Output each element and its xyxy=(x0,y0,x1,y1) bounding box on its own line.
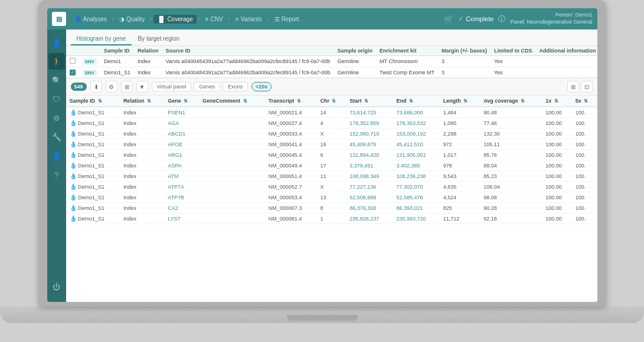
th-gene-comment[interactable]: GeneComment ⇅ xyxy=(199,96,265,107)
cell-relation: Index xyxy=(120,192,164,203)
tab-histogram-by-gene[interactable]: Histogram by gene xyxy=(71,33,132,45)
tab-by-target-region[interactable]: By target region xyxy=(132,33,185,45)
sidebar-icon-shield[interactable]: 🛡 xyxy=(48,91,65,107)
cell-gene[interactable]: AGA xyxy=(164,118,199,129)
th-avg-coverage[interactable]: Avg coverage ⇅ xyxy=(480,96,542,107)
nav-item-variants[interactable]: ≡ Variants xyxy=(232,15,266,24)
analyses-icon: 👤 xyxy=(74,16,81,22)
laptop-base xyxy=(0,307,644,323)
cell-gene[interactable]: ABCD1 xyxy=(164,129,199,139)
app-logo[interactable]: ▤ xyxy=(52,12,66,26)
th-start[interactable]: Start ⇅ xyxy=(346,96,393,107)
nav-item-cnv[interactable]: ≡ CNV xyxy=(202,15,227,24)
row-checkbox[interactable] xyxy=(66,56,79,67)
sidebar-icon-wrench[interactable]: 🔧 xyxy=(48,129,65,145)
nav-item-quality[interactable]: ◑ Quality xyxy=(116,15,148,24)
cell-gene[interactable]: ARG1 xyxy=(164,150,199,160)
cell-relation: Index xyxy=(120,129,164,139)
th-1x[interactable]: 1x ⇅ xyxy=(542,96,572,107)
sidebar-icon-search[interactable]: 🔍 xyxy=(48,72,65,88)
cell-length: 1,464 xyxy=(440,107,480,118)
sidebar-icon-walking[interactable]: 🚶 xyxy=(48,53,65,70)
person-info: Person: Demo1 Panel: Neurodegenerative G… xyxy=(510,12,592,25)
cell-chr: 17 xyxy=(316,160,346,171)
cell-5x: 100. xyxy=(572,118,597,129)
row-enrichment-kit: MT Chromosom xyxy=(376,56,438,67)
cell-relation: Index xyxy=(120,150,164,160)
sidebar-icon-power[interactable]: ⏻ xyxy=(48,278,65,295)
list-view-button[interactable]: ⊡ xyxy=(581,81,593,93)
active-filter-badge[interactable]: <20x xyxy=(251,82,272,91)
th-relation[interactable]: Relation ⇅ xyxy=(120,96,164,107)
cell-gene[interactable]: LYST xyxy=(164,213,199,224)
checkmark-icon: ✓ xyxy=(458,15,464,23)
cell-gene[interactable]: APOE xyxy=(164,139,199,150)
cell-1x: 100.00 xyxy=(542,192,572,203)
download-button[interactable]: ⬇ xyxy=(90,81,102,93)
app-container: ▤ 👤 Analyses › ◑ Quality › xyxy=(47,8,597,302)
th-transcript[interactable]: Transcript ⇅ xyxy=(265,96,317,107)
cell-avg-coverage: 77.46 xyxy=(480,118,542,129)
table-row: 💧 Demo1_S1 Index ATM NM_000051.4 11 108,… xyxy=(66,171,597,182)
sidebar-icon-user[interactable]: 👤 xyxy=(48,147,65,164)
cell-length: 825 xyxy=(440,203,480,213)
col-header-sample-id: Sample ID xyxy=(100,46,134,56)
cell-5x: 100. xyxy=(572,160,597,171)
sidebar-icon-person[interactable]: 👤 xyxy=(48,34,65,51)
variants-icon: ≡ xyxy=(236,16,239,22)
settings-filter-button[interactable]: ⚙ xyxy=(106,81,117,93)
cell-avg-coverage: 98.08 xyxy=(480,192,542,203)
filter-tab-genes[interactable]: Genes xyxy=(194,82,220,91)
cell-gene[interactable]: CA2 xyxy=(164,203,199,213)
row-limited-cds: Yes xyxy=(491,67,536,78)
cell-gene-comment xyxy=(199,203,265,213)
grid-view-button[interactable]: ⊞ xyxy=(567,81,579,93)
cell-length: 9,543 xyxy=(440,171,480,182)
th-chr[interactable]: Chr ⇅ xyxy=(316,96,346,107)
col-header-margin: Margin (+/- bases) xyxy=(438,46,491,56)
cell-start: 178,352,859 xyxy=(346,118,393,129)
cart-icon[interactable]: 🛒 xyxy=(444,15,453,24)
cell-end: 52,585,476 xyxy=(393,192,440,203)
nav-item-analyses[interactable]: 👤 Analyses xyxy=(71,15,111,24)
cell-chr: 11 xyxy=(316,171,346,182)
cell-gene[interactable]: ATP7B xyxy=(164,192,199,203)
cell-gene-comment xyxy=(199,160,265,171)
data-table: Sample ID ⇅ Relation ⇅ Gene ⇅ GeneCommen… xyxy=(66,96,597,224)
row-enrichment-kit: Twist Comp Exome MT xyxy=(376,67,438,78)
row-sample-origin: Germline xyxy=(334,56,377,67)
th-gene[interactable]: Gene ⇅ xyxy=(164,96,199,107)
cell-start: 235,826,237 xyxy=(346,213,393,224)
cell-chr: X xyxy=(316,129,346,139)
col-header-sample-origin: Sample origin xyxy=(334,46,377,56)
th-length[interactable]: Length ⇅ xyxy=(440,96,480,107)
filter-button[interactable]: ▼ xyxy=(136,81,148,93)
nav-item-coverage[interactable]: ▐▌ Coverage xyxy=(153,15,197,24)
row-checkbox[interactable]: ✓ xyxy=(66,67,79,78)
filter-tab-virtual-panel[interactable]: Virtual panel xyxy=(152,82,192,91)
cell-gene[interactable]: ATM xyxy=(164,171,199,182)
cell-start: 152,990,719 xyxy=(346,129,393,139)
th-5x[interactable]: 5x ⇅ xyxy=(572,96,597,107)
sidebar-icon-gear[interactable]: ⚙ xyxy=(48,110,65,126)
cell-gene-comment xyxy=(199,150,265,160)
cell-gene[interactable]: ATP7A xyxy=(164,182,199,192)
nav-right: 🛒 ✓ Complete ⓘ Person: Demo1 Panel: Neur… xyxy=(444,12,592,25)
cell-relation: Index xyxy=(120,182,164,192)
cell-length: 1,017 xyxy=(440,150,480,160)
th-end[interactable]: End ⇅ xyxy=(393,96,440,107)
cell-end: 153,009,192 xyxy=(393,129,440,139)
table-settings-button[interactable]: ⊞ xyxy=(121,81,133,93)
col-header-enrichment-kit: Enrichment kit xyxy=(376,46,438,56)
table-row: 💧 Demo1_S1 Index LYST NM_000081.4 1 235,… xyxy=(66,213,597,224)
sidebar-icon-question[interactable]: ? xyxy=(48,166,65,183)
cell-gene[interactable]: ASPA xyxy=(164,160,199,171)
nav-item-report[interactable]: ☰ Report xyxy=(271,15,303,24)
cell-5x: 100. xyxy=(572,213,597,224)
cell-gene[interactable]: PSEN1 xyxy=(164,107,199,118)
cell-sample: 💧 Demo1_S1 xyxy=(66,182,120,192)
th-sample-id[interactable]: Sample ID ⇅ xyxy=(66,96,120,107)
info-icon[interactable]: ⓘ xyxy=(498,14,505,24)
complete-badge: ✓ Complete xyxy=(458,15,493,23)
filter-tab-exons[interactable]: Exons xyxy=(223,82,248,91)
